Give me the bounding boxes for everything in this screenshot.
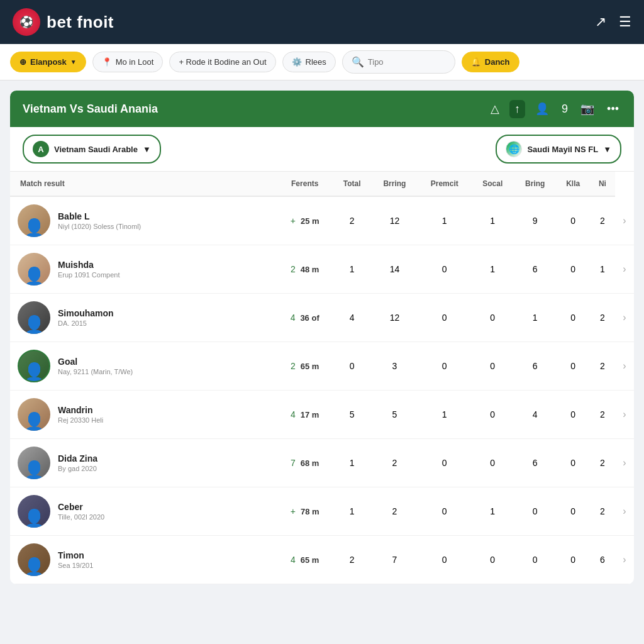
player-name-5: Dida Zina (58, 453, 97, 464)
klla-1: 1 (590, 245, 615, 294)
brring-3: 0 (418, 342, 471, 391)
player-avatar-7: 👤 (18, 543, 50, 576)
player-avatar-1: 👤 (18, 253, 50, 286)
person-icon[interactable]: 👤 (533, 99, 552, 118)
player-sub-5: By gad 2020 (58, 465, 97, 472)
rank-time-cell-3: 2 65 m (277, 342, 333, 391)
premcit-5: 0 (471, 439, 514, 487)
rank-time-cell-4: 4 17 m (277, 391, 333, 439)
rank-time-cell-6: + 78 m (277, 487, 333, 536)
trend-icon[interactable]: △ (488, 99, 502, 118)
chevron-1[interactable]: › (615, 245, 634, 294)
col-ferents: Ferents (277, 172, 333, 196)
col-bring: Bring (514, 172, 556, 196)
search-icon: 🔍 (352, 56, 364, 68)
menu-icon[interactable]: ☰ (619, 14, 631, 30)
chevron-0[interactable]: › (615, 196, 634, 245)
rank-time-cell-0: + 25 m (277, 196, 333, 245)
search-box[interactable]: 🔍 (342, 50, 455, 74)
chevron-5[interactable]: › (615, 439, 634, 487)
table-row: 👤 Simouhamon DA. 2015 4 36 of 4 12 0 0 1… (10, 294, 634, 342)
socal-3: 6 (514, 342, 556, 391)
toolbar: ⊕ Elanposk ▼ 📍 Mo in Loot + Rode it Bodi… (0, 44, 644, 80)
rlees-icon: ⚙️ (292, 57, 302, 67)
bring-2: 0 (556, 294, 590, 342)
match-header: Vietnam Vs Saudi Anania △ ↑ 👤 9 📷 ••• (10, 91, 634, 127)
main-content: Vietnam Vs Saudi Anania △ ↑ 👤 9 📷 ••• A … (0, 80, 644, 594)
brring-5: 0 (418, 439, 471, 487)
upload-icon[interactable]: ↑ (509, 100, 525, 118)
premcit-7: 0 (471, 536, 514, 584)
klla-2: 2 (590, 294, 615, 342)
ferents-6: 1 (333, 487, 372, 536)
danch-button[interactable]: 🔔 Danch (462, 52, 519, 72)
socal-1: 6 (514, 245, 556, 294)
ferents-7: 2 (333, 536, 372, 584)
chevron-2[interactable]: › (615, 294, 634, 342)
elanposk-button[interactable]: ⊕ Elanposk ▼ (10, 52, 86, 72)
table-row: 👤 Wandrin Rej 20330 Heli 4 17 m 5 5 1 0 … (10, 391, 634, 439)
total-2: 12 (372, 294, 418, 342)
table-row: 👤 Timon Sea 19/201 4 65 m 2 7 0 0 0 0 6 … (10, 536, 634, 584)
chevron-6[interactable]: › (615, 487, 634, 536)
share-icon[interactable]: ↗ (595, 14, 606, 30)
header-icons: ↗ ☰ (595, 14, 631, 30)
rlees-button[interactable]: ⚙️ Rlees (282, 52, 336, 72)
rlees-label: Rlees (306, 57, 326, 67)
socal-4: 4 (514, 391, 556, 439)
premcit-2: 0 (471, 294, 514, 342)
socal-2: 1 (514, 294, 556, 342)
socal-6: 0 (514, 487, 556, 536)
brring-0: 1 (418, 196, 471, 245)
player-avatar-6: 👤 (18, 495, 50, 528)
table-row: 👤 Muishda Erup 1091 Compent 2 48 m 1 14 … (10, 245, 634, 294)
rode-it-button[interactable]: + Rode it Bodine an Out (169, 52, 275, 72)
chevron-7[interactable]: › (615, 536, 634, 584)
right-filter-arrow: ▼ (603, 145, 611, 154)
player-avatar-3: 👤 (18, 350, 50, 382)
rank-time-cell-1: 2 48 m (277, 245, 333, 294)
right-filter-label: Saudi Mayil NS FL (527, 145, 598, 154)
bring-6: 0 (556, 487, 590, 536)
player-avatar-0: 👤 (18, 204, 50, 237)
player-cell-0: 👤 Bable L Niyl (1020) Soless (Tinoml) (10, 196, 277, 245)
ferents-3: 0 (333, 342, 372, 391)
search-input[interactable] (368, 57, 446, 67)
chevron-3[interactable]: › (615, 342, 634, 391)
chevron-4[interactable]: › (615, 391, 634, 439)
logo-area: ⚽ bet fnoit (13, 8, 114, 36)
player-name-2: Simouhamon (58, 308, 114, 318)
flag-a: A (33, 141, 49, 157)
right-flag-icon: 🌐 (506, 141, 522, 157)
brring-4: 1 (418, 391, 471, 439)
table-row: 👤 Goal Nay, 9211 (Marin, T/We) 2 65 m 0 … (10, 342, 634, 391)
more-icon[interactable]: ••• (604, 100, 621, 118)
nine-icon[interactable]: 9 (559, 100, 570, 118)
player-name-1: Muishda (58, 260, 119, 270)
ferents-5: 1 (333, 439, 372, 487)
ferents-1: 1 (333, 245, 372, 294)
total-5: 2 (372, 439, 418, 487)
right-filter-dropdown[interactable]: 🌐 Saudi Mayil NS FL ▼ (496, 135, 621, 164)
rank-time-cell-7: 4 65 m (277, 536, 333, 584)
premcit-3: 0 (471, 342, 514, 391)
elanposk-arrow: ▼ (70, 58, 77, 65)
mo-in-loot-button[interactable]: 📍 Mo in Loot (92, 52, 164, 72)
player-name-0: Bable L (58, 211, 141, 221)
table-row: 👤 Bable L Niyl (1020) Soless (Tinoml) + … (10, 196, 634, 245)
brring-2: 0 (418, 294, 471, 342)
mo-in-loot-label: Mo in Loot (116, 57, 154, 67)
klla-0: 2 (590, 196, 615, 245)
camera-icon[interactable]: 📷 (578, 99, 597, 118)
logo-text: bet fnoit (47, 13, 114, 32)
player-cell-7: 👤 Timon Sea 19/201 (10, 536, 277, 584)
player-sub-1: Erup 1091 Compent (58, 271, 119, 279)
premcit-6: 1 (471, 487, 514, 536)
brring-1: 0 (418, 245, 471, 294)
left-filter-dropdown[interactable]: A Vietnam Saudi Arable ▼ (23, 135, 161, 164)
player-name-3: Goal (58, 357, 133, 367)
elanposk-label: Elanposk (30, 57, 67, 67)
danch-label: Danch (485, 57, 510, 67)
player-name-4: Wandrin (58, 405, 103, 415)
table-header: Match result Ferents Total Brring Premci… (10, 172, 634, 196)
